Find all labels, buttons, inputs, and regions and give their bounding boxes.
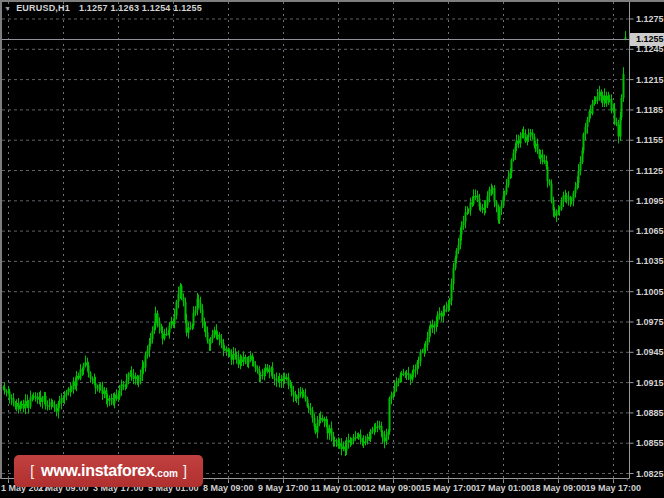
price-axis-label: 1.0975 bbox=[636, 317, 664, 327]
time-axis-label: 17 May 01:00 bbox=[476, 483, 532, 493]
instaforex-watermark: [ www.instaforex .com ] bbox=[14, 455, 203, 487]
chart-title: ▼ EURUSD,H1 1.1257 1.1263 1.1254 1.1255 bbox=[4, 3, 202, 13]
time-axis-label: 9 May 17:00 bbox=[258, 483, 309, 493]
time-axis-label: 11 May 01:00 bbox=[311, 483, 366, 493]
one-click-trading-collapse-icon[interactable]: ▼ bbox=[4, 4, 11, 13]
price-axis-label: 1.0825 bbox=[636, 469, 664, 479]
price-axis-label: 1.1215 bbox=[636, 75, 664, 85]
chart-title-ohlc: 1.1257 1.1263 1.1254 1.1255 bbox=[79, 3, 202, 13]
window-frame-top bbox=[0, 0, 664, 2]
time-axis-label: 12 May 09:00 bbox=[366, 483, 422, 493]
watermark-text-suffix: .com bbox=[155, 468, 178, 479]
price-axis-label: 1.1095 bbox=[636, 196, 664, 206]
price-axis-label: 1.0915 bbox=[636, 378, 664, 388]
watermark-bracket-left: [ bbox=[30, 463, 34, 479]
price-axis-label: 1.1035 bbox=[636, 256, 664, 266]
chart-title-symbol: EURUSD,H1 bbox=[16, 3, 70, 13]
bid-price-tag: 1.1255 bbox=[630, 33, 664, 46]
time-axis-label: 8 May 09:00 bbox=[203, 483, 254, 493]
mt4-chart-window: ▼ EURUSD,H1 1.1257 1.1263 1.1254 1.1255 … bbox=[0, 0, 664, 498]
price-axis-label: 1.1155 bbox=[636, 135, 663, 145]
price-axis-label: 1.1065 bbox=[636, 226, 664, 236]
price-axis-label: 1.0885 bbox=[636, 408, 664, 418]
window-frame-left bbox=[0, 0, 2, 479]
price-axis-label: 1.0945 bbox=[636, 347, 664, 357]
price-axis-label: 1.0855 bbox=[636, 438, 664, 448]
time-axis-label: 15 May 17:00 bbox=[421, 483, 477, 493]
time-axis-label: 19 May 17:00 bbox=[586, 483, 642, 493]
watermark-text: www.instaforex bbox=[41, 462, 154, 480]
price-axis-label: 1.1125 bbox=[636, 166, 663, 176]
candlestick-chart[interactable] bbox=[0, 0, 664, 498]
price-axis-label: 1.1005 bbox=[636, 287, 664, 297]
watermark-bracket-right: ] bbox=[183, 463, 187, 479]
price-axis-label: 1.1275 bbox=[636, 14, 664, 24]
price-axis-label: 1.1185 bbox=[636, 105, 663, 115]
time-axis-label: 18 May 09:00 bbox=[531, 483, 587, 493]
